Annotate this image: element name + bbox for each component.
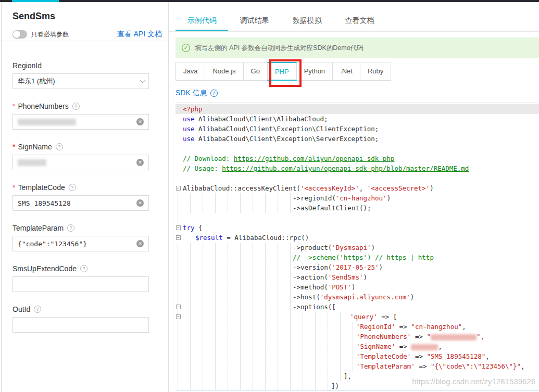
- code-text: ->asDefaultClient();: [293, 203, 371, 213]
- input-outid[interactable]: [12, 317, 149, 333]
- fold-collapse-icon[interactable]: −: [176, 305, 181, 309]
- param-fields: RegionId华东1 (杭州)*PhoneNumbers?✕*SignName…: [12, 56, 149, 345]
- code-token: "cn-hangzhou": [411, 323, 462, 331]
- help-icon[interactable]: ?: [56, 143, 63, 150]
- language-tabs: JavaNode.jsGoPHPPython.NetRuby: [176, 62, 391, 81]
- lang-tab-go[interactable]: Go: [243, 62, 268, 81]
- lang-tab-php[interactable]: PHP: [267, 62, 297, 81]
- api-params-panel: SendSms 只看必填参数 查看 API 文档 RegionId华东1 (杭州…: [2, 2, 168, 392]
- code-token: 'cn-hangzhou': [336, 194, 387, 202]
- lang-tab-java[interactable]: Java: [176, 62, 205, 81]
- input-templatecode[interactable]: SMS_189545128✕: [12, 195, 149, 211]
- fold-collapse-icon[interactable]: −: [176, 186, 181, 191]
- code-token: AlibabaCloud::accessKeyClient(: [183, 184, 300, 192]
- code-token: use: [183, 125, 195, 133]
- code-text: ->regionId('cn-hangzhou'): [293, 193, 391, 203]
- lang-tab-python[interactable]: Python: [296, 62, 333, 81]
- clear-input-icon[interactable]: ✕: [136, 118, 144, 125]
- code-token: 'TemplateCode': [356, 352, 411, 360]
- help-icon[interactable]: ?: [34, 306, 41, 313]
- code-line: // ->scheme('https') // https | http: [176, 252, 539, 262]
- code-line: −AlibabaCloud::accessKeyClient('<accessK…: [176, 183, 539, 193]
- indent-guides: [178, 193, 291, 203]
- required-only-toggle[interactable]: [12, 30, 27, 39]
- code-line: −$result = AlibabaCloud::rpc(): [176, 233, 539, 243]
- code-line: ->action('SendSms'): [176, 272, 539, 282]
- field-label: *SignName?: [12, 142, 149, 152]
- fold-collapse-icon[interactable]: −: [176, 314, 181, 319]
- code-token: https://github.com/aliyun/openapi-sdk-ph…: [222, 165, 469, 172]
- code-token: 'dysmsapi.aliyuncs.com': [320, 293, 410, 301]
- code-token: $result: [195, 234, 223, 242]
- indent-guides: [178, 292, 291, 302]
- input-templateparam[interactable]: {"code":"123456"}✕: [12, 236, 149, 251]
- field-label-text: RegionId: [12, 60, 42, 71]
- lang-tab-ruby[interactable]: Ruby: [360, 62, 391, 81]
- code-token: ): [363, 273, 367, 281]
- help-icon[interactable]: ?: [67, 224, 74, 232]
- code-token: ]): [331, 382, 339, 390]
- field-label: TemplateParam?: [12, 223, 149, 233]
- input-phonenumbers[interactable]: ✕: [12, 114, 149, 130]
- code-line: 'TemplateParam' => "{\"code\":\"123456\"…: [176, 361, 539, 371]
- code-line: −try {: [176, 223, 539, 233]
- tab-2[interactable]: 调试结果: [228, 11, 281, 31]
- indent-guides: [178, 262, 291, 272]
- indent-guides: [178, 361, 354, 371]
- help-icon[interactable]: ?: [72, 103, 80, 110]
- lang-tab-net[interactable]: .Net: [332, 62, 360, 81]
- code-token: =>: [411, 352, 427, 360]
- field-templatecode: *TemplateCode?SMS_189545128✕: [12, 182, 149, 211]
- code-line: ->regionId('cn-hangzhou'): [176, 193, 539, 203]
- indent-guides: [178, 213, 186, 223]
- code-token: 'TemplateParam': [356, 362, 415, 370]
- code-line: [176, 144, 539, 154]
- indent-guides: [178, 342, 354, 351]
- input-signname[interactable]: ✕: [12, 155, 149, 170]
- required-asterisk: *: [12, 142, 15, 152]
- fold-collapse-icon[interactable]: −: [176, 235, 181, 240]
- required-asterisk: *: [12, 182, 15, 193]
- censored-value: [18, 159, 46, 166]
- clear-input-icon[interactable]: ✕: [136, 240, 144, 247]
- lang-tab-nodejs[interactable]: Node.js: [205, 62, 243, 81]
- tab-4[interactable]: 查看文档: [333, 11, 386, 31]
- field-label-text: PhoneNumbers: [18, 101, 68, 111]
- code-editor[interactable]: <?phpuse AlibabaCloud\Client\AlibabaClou…: [176, 103, 539, 390]
- fold-collapse-icon[interactable]: −: [176, 225, 181, 230]
- tab-3[interactable]: 数据模拟: [281, 11, 333, 31]
- code-token: ->options([: [293, 303, 336, 311]
- code-text: ]): [331, 381, 339, 390]
- field-outid: OutId?: [12, 304, 149, 333]
- code-token: ): [379, 263, 383, 271]
- region-select[interactable]: 华东1 (杭州): [12, 73, 149, 89]
- sdk-info-link[interactable]: SDK 信息 i: [176, 87, 218, 99]
- code-line: use AlibabaCloud\Client\Exception\Server…: [176, 134, 539, 144]
- indent-guides: [178, 272, 291, 282]
- code-token: ",: [477, 333, 484, 340]
- code-token: ->version(: [293, 263, 332, 271]
- field-label-text: OutId: [12, 304, 30, 314]
- clear-input-icon[interactable]: ✕: [136, 199, 144, 207]
- input-smsupextendcode[interactable]: [12, 276, 149, 292]
- indent-guides: [178, 351, 354, 361]
- code-token: ->product(: [293, 244, 332, 251]
- code-token: ->host(: [293, 293, 320, 301]
- view-api-doc-link[interactable]: 查看 API 文档: [117, 30, 162, 39]
- field-label: OutId?: [12, 304, 149, 314]
- field-label: RegionId: [12, 60, 149, 71]
- tab-1[interactable]: 示例代码: [176, 11, 228, 31]
- code-token: ->asDefaultClient();: [293, 204, 371, 212]
- code-token: https://github.com/aliyun/openapi-sdk-ph…: [234, 155, 395, 162]
- code-text: ],: [344, 371, 352, 381]
- clear-input-icon[interactable]: ✕: [136, 159, 144, 166]
- sync-info-banner: ✓ 填写左侧的 API 参数会自动同步生成对应SDK的Demo代码: [176, 37, 539, 58]
- help-icon[interactable]: ?: [69, 184, 76, 191]
- help-icon[interactable]: ?: [80, 265, 87, 272]
- code-line: −->options([: [176, 302, 539, 312]
- indent-guides: [178, 282, 291, 292]
- sdk-info-label: SDK 信息: [176, 88, 207, 98]
- code-token: '<accessSecret>': [367, 184, 430, 192]
- info-icon: i: [210, 90, 218, 97]
- code-token: =>: [415, 362, 431, 370]
